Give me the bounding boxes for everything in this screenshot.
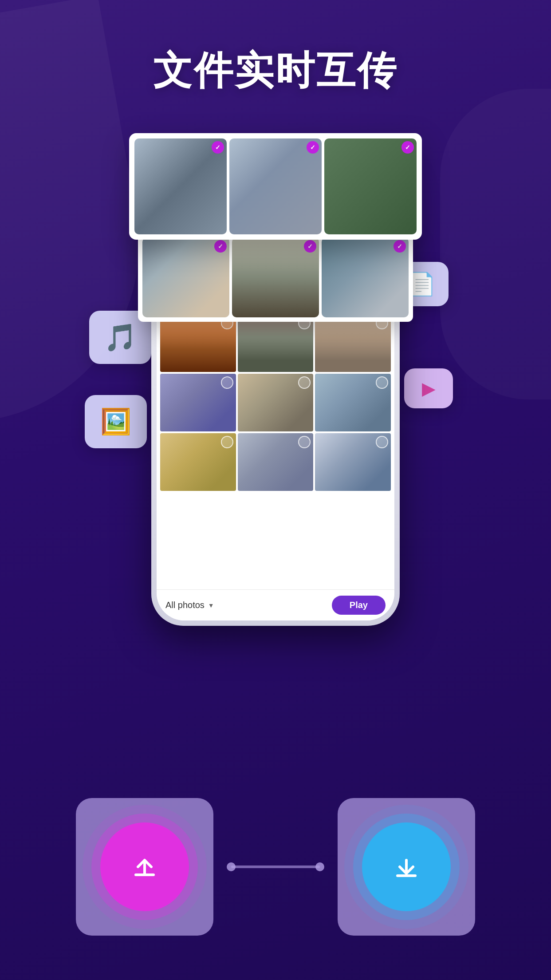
grid-row-5 [160, 433, 391, 491]
check-circle-r5-2 [298, 436, 311, 448]
dropdown-arrow-icon: ▼ [208, 602, 214, 609]
image-card: 🖼️ [85, 395, 147, 448]
strip-photo-1: ✓ [134, 138, 227, 234]
grid-row-4 [160, 374, 391, 431]
photo-cell-7[interactable] [160, 314, 236, 372]
check-circle-r4-3 [376, 376, 388, 389]
bg-decoration-right [440, 89, 551, 399]
check-circle-r5-1 [221, 436, 233, 448]
check-circle-r5-3 [376, 436, 388, 448]
download-card[interactable] [338, 798, 475, 936]
check-badge-3: ✓ [401, 141, 414, 154]
floating-photo-strip-mid: ✓ ✓ ✓ [138, 233, 413, 322]
upload-icon [127, 849, 162, 885]
photo-cell-10[interactable] [160, 374, 236, 431]
check-circle-r4-1 [221, 376, 233, 389]
check-badge-5: ✓ [304, 240, 316, 253]
all-photos-dropdown[interactable]: All photos ▼ [165, 600, 214, 610]
phone-mockup: ✓ ✓ ✓ ✓ ✓ ✓ 🎵 📄 ▶ 🖼️ [151, 160, 400, 626]
play-button[interactable]: Play [332, 596, 386, 615]
strip-photo-5: ✓ [232, 237, 319, 317]
download-circle[interactable] [362, 822, 451, 911]
check-badge-1: ✓ [212, 141, 224, 154]
strip-photo-2: ✓ [229, 138, 322, 234]
photo-cell-11[interactable] [238, 374, 314, 431]
check-circle-r4-2 [298, 376, 311, 389]
grid-row-3 [160, 314, 391, 372]
play-card: ▶ [404, 368, 453, 408]
check-badge-6: ✓ [394, 240, 406, 253]
download-icon [389, 849, 424, 885]
check-badge-2: ✓ [307, 141, 319, 154]
upload-circle[interactable] [100, 822, 189, 911]
check-badge-4: ✓ [214, 240, 227, 253]
photo-cell-8[interactable] [238, 314, 314, 372]
photo-cell-9[interactable] [315, 314, 391, 372]
strip-photo-3: ✓ [324, 138, 417, 234]
floating-photo-strip-top: ✓ ✓ ✓ [129, 133, 422, 240]
play-icon: ▶ [422, 378, 436, 399]
upload-card[interactable] [76, 798, 213, 936]
image-icon: 🖼️ [100, 407, 131, 436]
bottom-action-section [76, 798, 475, 936]
strip-photo-4: ✓ [142, 237, 229, 317]
photo-cell-13[interactable] [160, 433, 236, 491]
all-photos-label: All photos [165, 600, 205, 610]
connect-line [231, 865, 320, 868]
photo-cell-15[interactable] [315, 433, 391, 491]
photo-cell-12[interactable] [315, 374, 391, 431]
music-icon: 🎵 [104, 322, 137, 353]
page-title: 文件实时互传 [0, 44, 551, 97]
strip-photo-6: ✓ [322, 237, 409, 317]
photo-cell-14[interactable] [238, 433, 314, 491]
phone-bottom-bar: All photos ▼ Play [157, 589, 394, 620]
